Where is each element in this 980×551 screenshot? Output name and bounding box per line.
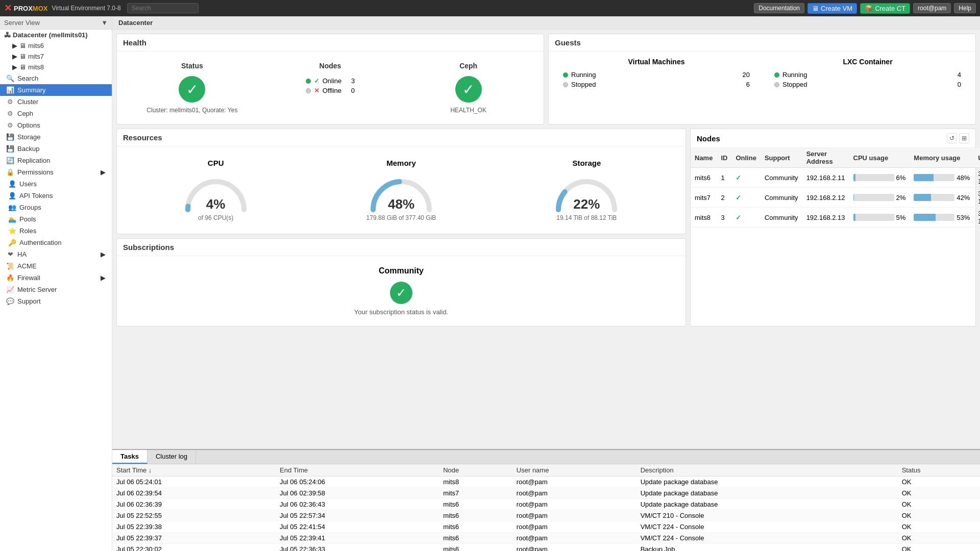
ceph-icon: ⚙ (6, 110, 14, 117)
groups-icon: 👥 (8, 204, 16, 211)
sidebar-item-pools[interactable]: 🏊 Pools (0, 213, 112, 225)
sidebar-item-options[interactable]: ⚙ Options (0, 119, 112, 131)
cell-desc: VM/CT 224 - Console (636, 533, 898, 544)
sidebar-item-storage[interactable]: 💾 Storage (0, 131, 112, 143)
sidebar-item-metric-server[interactable]: 📈 Metric Server (0, 284, 112, 295)
search-icon: 🔍 (6, 74, 14, 82)
resources-panel: Resources CPU (116, 129, 686, 234)
permissions-icon: 🔒 (6, 168, 14, 176)
sidebar-item-summary[interactable]: 📊 Summary (0, 84, 112, 96)
sidebar-item-firewall[interactable]: 🔥 Firewall ▶ (0, 272, 112, 284)
cell-address: 192.168.2.12 (802, 188, 849, 208)
tree-datacenter[interactable]: 🖧 Datacenter (mellmits01) (0, 30, 112, 40)
sidebar-item-cluster[interactable]: ⚙ Cluster (0, 96, 112, 108)
content-header: Datacenter (112, 16, 980, 30)
app-logo: ✕ PROXMOX (4, 3, 47, 14)
help-button[interactable]: Help (954, 3, 976, 13)
sidebar-item-api-tokens[interactable]: 👤 API Tokens (0, 190, 112, 202)
cell-user: root@pam (512, 477, 636, 488)
cell-user: root@pam (512, 488, 636, 499)
cell-desc: Update package database (636, 499, 898, 510)
cell-status: OK (898, 533, 980, 544)
table-row: Jul 05 22:39:37 Jul 05 22:39:41 mits6 ro… (112, 533, 980, 544)
nodes-panel-controls: ↺ ⊞ (947, 133, 969, 143)
auth-icon: 🔑 (8, 239, 16, 246)
refresh-button[interactable]: ↺ (947, 133, 957, 143)
docs-button[interactable]: Documentation (754, 3, 804, 13)
resources-grid: CPU 4% of 96 CPU(s) (123, 153, 679, 228)
stopped-dot (563, 82, 568, 87)
tab-tasks[interactable]: Tasks (112, 450, 148, 464)
content-body: Health Status ✓ Cluster: mellmits01, Quo… (112, 30, 980, 449)
cell-start: Jul 05 22:39:38 (112, 521, 276, 533)
health-grid: Status ✓ Cluster: mellmits01, Quorate: Y… (123, 58, 537, 118)
top-row: Health Status ✓ Cluster: mellmits01, Quo… (116, 34, 976, 124)
tree-mits7[interactable]: ▶ 🖥 mits7 (0, 51, 112, 62)
sidebar-item-groups[interactable]: 👥 Groups (0, 202, 112, 213)
tasks-table: Start Time ↓ End Time Node User name Des… (112, 464, 980, 551)
sidebar-item-authentication[interactable]: 🔑 Authentication (0, 237, 112, 248)
tree-mits8[interactable]: ▶ 🖥 mits8 (0, 62, 112, 72)
search-input[interactable] (127, 3, 199, 13)
cell-end: Jul 06 02:36:43 (276, 499, 439, 510)
sidebar-item-replication[interactable]: 🔄 Replication (0, 155, 112, 166)
sidebar-item-permissions[interactable]: 🔒 Permissions ▶ (0, 166, 112, 178)
tree-mits6[interactable]: ▶ 🖥 mits6 (0, 40, 112, 51)
cell-cpu: 6% (849, 168, 910, 188)
cell-id: 2 (717, 188, 731, 208)
health-body: Status ✓ Cluster: mellmits01, Quorate: Y… (117, 52, 544, 124)
online-row: ✓ Online 3 (306, 76, 355, 86)
sidebar-item-users[interactable]: 👤 Users (0, 178, 112, 190)
cpu-detail: of 96 CPU(s) (129, 214, 302, 221)
create-ct-button[interactable]: 📦 Create CT (860, 3, 910, 14)
nodes-table-body: mits6 1 ✓ Community 192.168.2.11 6% 48% … (691, 168, 980, 228)
user-badge: root@pam (913, 3, 951, 13)
ha-icon: ❤ (6, 251, 14, 258)
cell-desc: VM/CT 210 - Console (636, 510, 898, 521)
sidebar-item-backup[interactable]: 💾 Backup (0, 143, 112, 155)
tab-cluster-log[interactable]: Cluster log (148, 450, 196, 464)
cell-memory: 48% (910, 168, 974, 188)
sidebar-item-support[interactable]: 💬 Support (0, 295, 112, 307)
resources-title: Resources (117, 129, 685, 146)
expand-button[interactable]: ⊞ (959, 133, 969, 143)
topbar: ✕ PROXMOX Virtual Environment 7.0-8 Docu… (0, 0, 980, 16)
online-dot (306, 79, 311, 84)
sidebar-item-search[interactable]: 🔍 Search (0, 72, 112, 84)
cell-status: OK (898, 510, 980, 521)
cell-start: Jul 06 02:36:39 (112, 499, 276, 510)
cell-end: Jul 05 22:39:41 (276, 533, 439, 544)
storage-icon: 💾 (6, 133, 14, 141)
resources-body: CPU 4% of 96 CPU(s) (117, 146, 685, 234)
cell-id: 3 (717, 208, 731, 228)
cell-start: Jul 05 22:39:37 (112, 533, 276, 544)
sidebar-item-acme[interactable]: 📜 ACME (0, 260, 112, 272)
options-icon: ⚙ (6, 121, 14, 129)
memory-gauge: 48% (365, 171, 437, 212)
cell-address: 192.168.2.11 (802, 168, 849, 188)
cell-online: ✓ (731, 188, 760, 208)
create-vm-button[interactable]: 🖥 Create VM (807, 3, 857, 14)
sidebar-item-roles[interactable]: ⭐ Roles (0, 225, 112, 237)
nodes-col: Nodes ✓ Online 3 (261, 58, 400, 99)
running-dot (563, 72, 568, 78)
cell-uptime: 3 days 16:... (974, 168, 980, 188)
memory-value: 48% (388, 196, 414, 212)
sidebar-item-ha[interactable]: ❤ HA ▶ (0, 248, 112, 260)
guests-body: Virtual Machines Running 20 (549, 52, 975, 95)
sidebar-item-ceph[interactable]: ⚙ Ceph (0, 108, 112, 119)
tree-section: 🖧 Datacenter (mellmits01) ▶ 🖥 mits6 ▶ 🖥 … (0, 30, 112, 72)
sub-content: Community ✓ Your subscription status is … (117, 256, 685, 326)
storage-title: Storage (500, 159, 673, 167)
status-title: Status (127, 62, 257, 70)
nodes-panel-header: Nodes ↺ ⊞ (691, 129, 975, 148)
table-row: Jul 06 05:24:01 Jul 06 05:24:06 mits8 ro… (112, 477, 980, 488)
cell-desc: Backup Job (636, 544, 898, 552)
datacenter-icon: 🖧 (4, 31, 11, 39)
metric-icon: 📈 (6, 286, 14, 293)
sub-status-text: Your subscription status is valid. (127, 308, 675, 316)
backup-icon: 💾 (6, 145, 14, 153)
cell-node: mits8 (439, 477, 512, 488)
cell-id: 1 (717, 168, 731, 188)
lxc-title: LXC Container (766, 58, 969, 66)
